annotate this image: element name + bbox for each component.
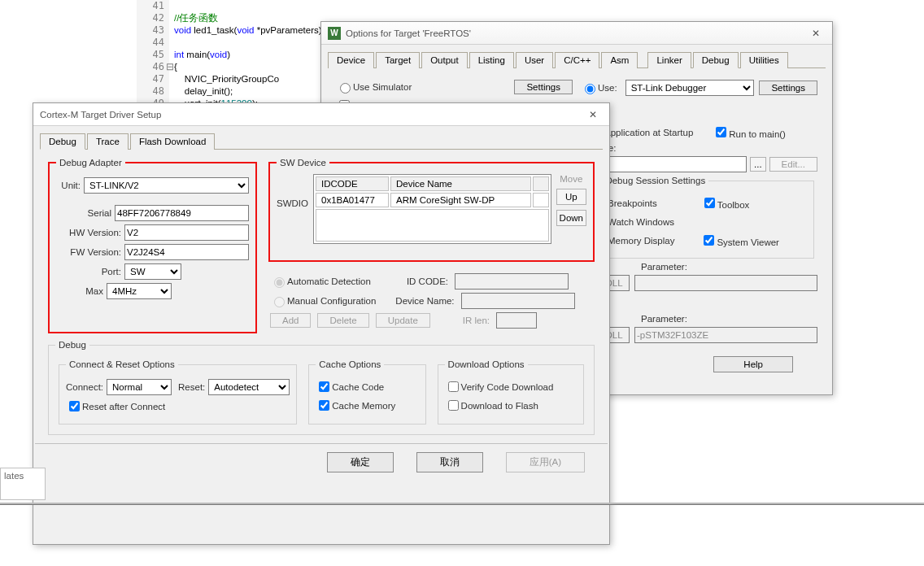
hw-version-input	[124, 224, 249, 241]
verify-code-checkbox[interactable]	[448, 381, 459, 392]
debug-group: Debug Connect & Reset Options Connect: N…	[48, 340, 595, 435]
tab-linker[interactable]: Linker	[647, 52, 691, 68]
lates-label: lates	[0, 468, 46, 500]
close-icon[interactable]: ✕	[800, 28, 832, 39]
restore-debug-group: re Debug Session Settings Breakpoints To…	[584, 176, 814, 259]
down-button[interactable]: Down	[556, 210, 586, 226]
ok-button[interactable]: 确定	[327, 452, 394, 472]
options-title: Options for Target 'FreeRTOS'	[346, 28, 471, 38]
tab-asm[interactable]: Asm	[601, 52, 638, 68]
cache-memory-checkbox[interactable]	[319, 400, 329, 411]
sw-device-group: SW Device SWDIO IDCODEDevice Name 0x1BA0…	[268, 158, 595, 262]
param2-input	[634, 327, 817, 343]
reset-select[interactable]: Autodetect	[208, 379, 290, 395]
driver-title: Cortex-M Target Driver Setup	[40, 110, 161, 120]
cache-options-group: Cache Options Cache Code Cache Memory	[308, 359, 425, 424]
max-clock-select[interactable]: 4MHz	[107, 283, 172, 299]
table-row: 0x1BA01477ARM CoreSight SW-DP	[316, 193, 549, 207]
tab-utilities[interactable]: Utilities	[740, 52, 788, 68]
irlen-input	[496, 312, 537, 329]
fw-version-input	[124, 244, 249, 260]
close-icon[interactable]: ✕	[577, 109, 609, 120]
download-options-group: Download Options Verify Code Download Do…	[438, 359, 584, 424]
connect-reset-group: Connect & Reset Options Connect: Normal …	[59, 359, 297, 424]
cancel-button[interactable]: 取消	[416, 452, 483, 472]
tab-device[interactable]: Device	[328, 52, 374, 68]
sysviewer-checkbox[interactable]	[704, 235, 714, 246]
tab-target[interactable]: Target	[376, 52, 420, 68]
debugger-select[interactable]: ST-Link Debugger	[625, 80, 755, 96]
use-debugger-radio[interactable]	[585, 84, 595, 94]
tab-debug[interactable]: Debug	[693, 52, 739, 68]
tab-debug[interactable]: Debug	[40, 133, 85, 150]
download-flash-checkbox[interactable]	[448, 400, 459, 411]
debug-adapter-group: Debug Adapter Unit: ST-LINK/V2 Serial HW…	[48, 158, 257, 333]
help-button[interactable]: Help	[713, 356, 793, 372]
run-main-label: Run to main()	[729, 129, 786, 139]
sim-settings-button[interactable]: Settings	[514, 80, 573, 94]
sw-device-table[interactable]: IDCODEDevice Name 0x1BA01477ARM CoreSigh…	[313, 174, 551, 244]
tab-flash-download[interactable]: Flash Download	[130, 133, 215, 150]
tab-listing[interactable]: Listing	[469, 52, 514, 68]
tab-output[interactable]: Output	[421, 52, 468, 68]
reset-after-checkbox[interactable]	[69, 401, 80, 411]
options-titlebar: W Options for Target 'FreeRTOS' ✕	[321, 22, 832, 45]
idcode-input	[455, 273, 569, 290]
delete-button: Delete	[317, 313, 368, 328]
add-button: Add	[270, 313, 311, 328]
param1-input	[634, 275, 817, 291]
driver-tabs: Debug Trace Flash Download	[40, 133, 603, 150]
tab-user[interactable]: User	[516, 52, 553, 68]
options-tabs: Device Target Output Listing User C/C++ …	[328, 51, 826, 68]
port-select[interactable]: SW	[124, 263, 181, 280]
connect-select[interactable]: Normal	[107, 379, 172, 395]
use-simulator-label: Use Simulator	[353, 82, 412, 92]
manual-config-radio	[274, 297, 285, 307]
use-label: Use:	[598, 83, 617, 93]
tab-trace[interactable]: Trace	[87, 133, 129, 150]
move-label: Move	[556, 174, 586, 184]
devname-input	[461, 293, 575, 309]
divider	[0, 503, 924, 504]
init-file-edit-button[interactable]: Edit...	[769, 157, 817, 172]
tab-cpp[interactable]: C/C++	[555, 52, 599, 68]
driver-titlebar: Cortex-M Target Driver Setup ✕	[33, 103, 609, 126]
cache-code-checkbox[interactable]	[319, 381, 329, 392]
update-button: Update	[376, 313, 430, 328]
unit-select[interactable]: ST-LINK/V2	[84, 177, 249, 194]
app-icon: W	[328, 27, 341, 40]
toolbox-checkbox[interactable]	[704, 198, 715, 208]
init-file-browse-button[interactable]: ...	[750, 157, 766, 172]
run-main-checkbox[interactable]	[716, 127, 726, 137]
debugger-settings-button[interactable]: Settings	[759, 81, 817, 95]
apply-button[interactable]: 应用(A)	[506, 452, 585, 472]
serial-input[interactable]	[115, 205, 249, 221]
load-app-label: d Application at Startup	[597, 128, 693, 137]
use-simulator-radio[interactable]	[340, 83, 351, 94]
swdio-label: SWDIO	[277, 198, 308, 208]
driver-setup-dialog: Cortex-M Target Driver Setup ✕ Debug Tra…	[33, 102, 610, 545]
up-button[interactable]: Up	[556, 189, 586, 205]
auto-detect-radio	[274, 277, 285, 288]
